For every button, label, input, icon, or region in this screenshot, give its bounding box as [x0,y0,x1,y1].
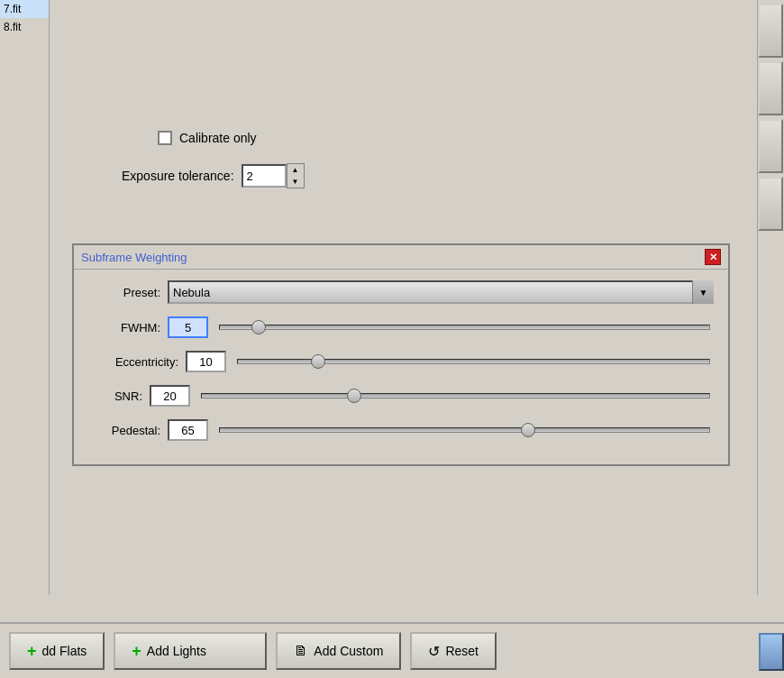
pedestal-row: Pedestal: [88,419,714,441]
calibrate-only-row: Calibrate only [158,131,757,145]
reset-button[interactable]: ↺ Reset [410,632,497,670]
add-lights-icon: + [132,642,141,661]
right-panel-button-2[interactable] [758,61,783,115]
add-lights-button[interactable]: + Add Lights [114,632,267,670]
spin-down-button[interactable]: ▼ [287,176,304,188]
reset-icon: ↺ [428,643,440,660]
file-item[interactable]: 7.fit [0,0,49,18]
pedestal-slider-track[interactable] [219,427,710,433]
add-flats-icon: + [27,642,37,661]
pedestal-input[interactable] [168,419,208,441]
reset-label: Reset [445,644,479,658]
snr-slider-track[interactable] [201,393,710,399]
fwhm-row: FWHM: [88,316,714,338]
file-list-panel: 7.fit 8.fit [0,0,50,595]
add-custom-button[interactable]: 🗎 Add Custom [276,632,401,670]
exposure-tolerance-row: Exposure tolerance: ▲ ▼ [122,163,757,188]
add-custom-label: Add Custom [314,644,383,658]
fwhm-input[interactable] [168,316,208,338]
subframe-weighting-panel: Subframe Weighting ✕ Preset: Nebula Star… [72,243,730,466]
snr-input[interactable] [150,385,190,407]
spin-up-button[interactable]: ▲ [287,164,304,176]
subframe-title: Subframe Weighting [81,251,187,264]
exposure-spinbox: ▲ ▼ [242,163,305,188]
calibrate-only-checkbox[interactable] [158,131,172,145]
add-flats-button[interactable]: + dd Flats [9,632,105,670]
right-panel-button-3[interactable] [758,119,783,173]
exposure-tolerance-label: Exposure tolerance: [122,169,234,183]
preset-row: Preset: Nebula Stars Planets Custom ▼ [88,280,714,304]
eccentricity-input[interactable] [186,351,226,372]
eccentricity-label: Eccentricity: [88,355,178,369]
pedestal-label: Pedestal: [88,424,160,437]
spinbox-arrows: ▲ ▼ [287,163,305,188]
preset-select[interactable]: Nebula Stars Planets Custom [168,280,714,304]
exposure-tolerance-input[interactable] [242,164,287,188]
eccentricity-slider-thumb[interactable] [311,354,325,369]
right-panel-button-1[interactable] [758,4,783,58]
snr-slider-thumb[interactable] [347,389,361,403]
subframe-close-button[interactable]: ✕ [705,249,721,265]
subframe-body: Preset: Nebula Stars Planets Custom ▼ FW… [74,270,728,464]
fwhm-slider-thumb[interactable] [251,320,266,334]
calibrate-only-label: Calibrate only [179,131,257,145]
add-lights-label: Add Lights [147,644,206,658]
fwhm-slider-track[interactable] [219,325,710,330]
file-item[interactable]: 8.fit [0,18,49,36]
right-edge-button[interactable] [759,633,784,671]
snr-label: SNR: [88,389,142,403]
preset-select-wrapper: Nebula Stars Planets Custom ▼ [168,280,714,304]
eccentricity-slider-track[interactable] [237,359,710,364]
add-flats-label: dd Flats [42,644,87,658]
eccentricity-row: Eccentricity: [88,351,714,372]
add-custom-icon: 🗎 [294,643,308,659]
right-panel-button-4[interactable] [758,177,783,231]
pedestal-slider-thumb[interactable] [521,423,535,437]
subframe-header: Subframe Weighting ✕ [74,245,728,270]
bottom-toolbar: + dd Flats + Add Lights 🗎 Add Custom ↺ R… [0,622,784,678]
snr-row: SNR: [88,385,714,407]
fwhm-label: FWHM: [88,321,160,334]
right-panel [757,0,784,595]
preset-label: Preset: [88,286,160,299]
